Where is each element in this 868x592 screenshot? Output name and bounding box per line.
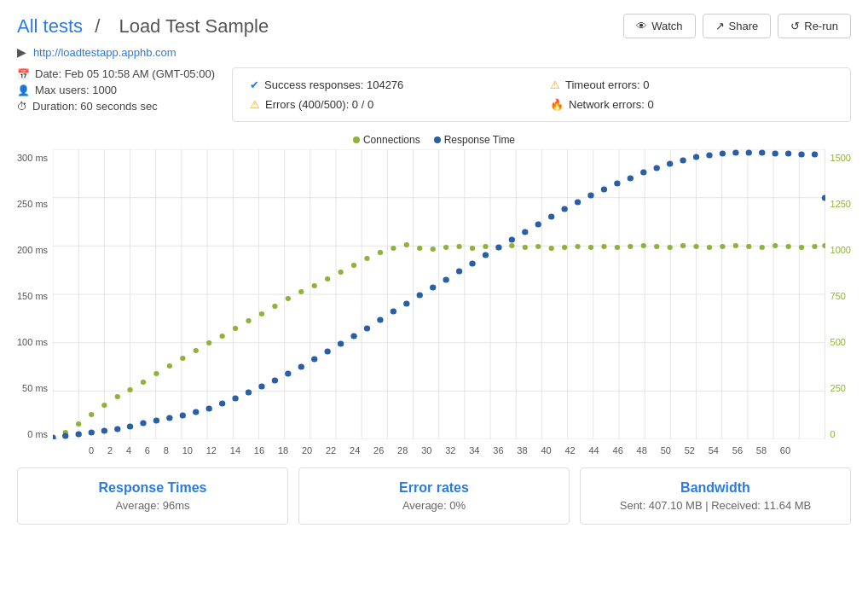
chart-wrapper: 300 ms 250 ms 200 ms 150 ms 100 ms 50 ms…: [17, 149, 851, 456]
svg-point-49: [194, 348, 199, 353]
svg-point-66: [417, 246, 422, 251]
success-stat: ✔ Success responses: 104276: [250, 78, 533, 91]
svg-point-41: [89, 412, 94, 417]
duration-meta: ⏱ Duration: 60 seconds sec: [17, 100, 215, 113]
y-axis-right: 1500 1250 1000 750 500 250 0: [825, 149, 851, 439]
chart-inner: 0 2 4 6 8 10 12 14 16 18 20 22 24 26 28 …: [53, 149, 825, 456]
legend-response-time: Response Time: [434, 134, 515, 146]
svg-point-101: [89, 430, 95, 436]
svg-point-108: [180, 413, 186, 419]
y-axis-left: 300 ms 250 ms 200 ms 150 ms 100 ms 50 ms…: [17, 149, 53, 439]
share-button[interactable]: ↗ Share: [703, 14, 772, 38]
svg-point-144: [654, 165, 660, 171]
error-rates-sub: Average: 0%: [313, 499, 555, 512]
svg-point-110: [206, 406, 212, 412]
bandwidth-card: Bandwidth Sent: 407.10 MB | Received: 11…: [580, 467, 851, 525]
date-meta: 📅 Date: Feb 05 10:58 AM (GMT-05:00): [17, 67, 215, 80]
svg-point-100: [76, 432, 82, 438]
svg-point-65: [404, 242, 409, 247]
svg-point-122: [364, 326, 370, 332]
svg-point-45: [141, 380, 146, 385]
eye-icon: 👁: [636, 20, 647, 32]
svg-point-102: [101, 428, 107, 434]
svg-point-146: [680, 158, 686, 164]
svg-point-148: [706, 153, 712, 159]
svg-point-57: [298, 289, 304, 294]
error-icon: ⚠: [250, 98, 260, 111]
svg-point-120: [338, 341, 344, 347]
svg-point-131: [483, 252, 489, 258]
svg-point-137: [562, 206, 568, 212]
svg-point-82: [628, 244, 633, 249]
svg-point-135: [535, 222, 541, 228]
svg-point-134: [522, 229, 528, 235]
timeout-stat: ⚠ Timeout errors: 0: [550, 78, 833, 91]
svg-point-79: [588, 245, 593, 250]
svg-point-151: [746, 150, 752, 156]
svg-point-62: [364, 256, 369, 261]
svg-point-88: [707, 245, 712, 250]
svg-point-92: [760, 245, 765, 250]
warning-icon: ⚠: [550, 78, 560, 91]
test-url-row: ▶ http://loadtestapp.apphb.com: [17, 45, 851, 59]
network-stat: 🔥 Network errors: 0: [550, 98, 833, 111]
svg-point-98: [53, 435, 56, 440]
svg-point-136: [548, 214, 554, 220]
svg-point-83: [641, 243, 646, 248]
refresh-icon: ↺: [790, 20, 800, 32]
svg-point-128: [443, 277, 449, 283]
svg-point-111: [219, 401, 225, 407]
watch-button[interactable]: 👁 Watch: [623, 14, 695, 38]
svg-point-46: [153, 371, 159, 376]
svg-point-81: [615, 245, 620, 250]
svg-point-112: [232, 396, 238, 402]
svg-point-99: [62, 433, 68, 439]
svg-point-155: [798, 152, 804, 158]
svg-point-52: [233, 326, 238, 331]
svg-point-42: [101, 403, 107, 408]
svg-point-59: [325, 276, 330, 281]
svg-point-109: [193, 409, 199, 415]
test-url-link[interactable]: http://loadtestapp.apphb.com: [33, 46, 176, 59]
svg-point-48: [180, 356, 185, 361]
svg-point-132: [495, 245, 501, 251]
svg-point-53: [246, 318, 251, 323]
svg-point-142: [628, 176, 634, 182]
svg-point-56: [286, 296, 291, 301]
svg-point-80: [601, 244, 606, 249]
chart-legend: Connections Response Time: [17, 134, 851, 146]
bandwidth-sub: Sent: 407.10 MB | Received: 11.64 MB: [594, 499, 836, 512]
header-actions: 👁 Watch ↗ Share ↺ Re-run: [623, 14, 851, 38]
max-users-meta: 👤 Max users: 1000: [17, 84, 215, 96]
svg-point-78: [575, 244, 580, 249]
response-times-card: Response Times Average: 96ms: [17, 467, 288, 525]
error-rates-card: Error rates Average: 0%: [298, 467, 570, 525]
errors-stat: ⚠ Errors (400/500): 0 / 0: [250, 98, 533, 111]
svg-point-154: [785, 151, 791, 157]
svg-point-55: [272, 304, 277, 309]
svg-point-51: [220, 334, 225, 339]
rerun-button[interactable]: ↺ Re-run: [778, 14, 851, 38]
network-icon: 🔥: [550, 98, 564, 111]
svg-point-54: [259, 311, 264, 316]
svg-point-138: [575, 200, 581, 206]
breadcrumb-separator: /: [95, 15, 100, 37]
svg-point-73: [509, 243, 514, 248]
svg-point-70: [470, 246, 475, 251]
svg-point-145: [667, 161, 673, 167]
breadcrumb: All tests / Load Test Sample: [17, 15, 275, 38]
arrow-icon: ▶: [17, 45, 26, 59]
legend-connections: Connections: [353, 134, 420, 146]
svg-point-75: [535, 244, 541, 249]
svg-point-117: [298, 364, 304, 370]
svg-point-105: [140, 421, 146, 427]
svg-point-104: [127, 424, 133, 430]
svg-point-124: [391, 309, 396, 315]
page-title: Load Test Sample: [119, 15, 269, 37]
svg-point-43: [115, 394, 120, 399]
svg-point-74: [523, 245, 528, 250]
svg-point-152: [759, 150, 765, 156]
checkmark-icon: ✔: [250, 78, 259, 91]
svg-point-115: [272, 378, 278, 384]
all-tests-link[interactable]: All tests: [17, 15, 83, 37]
